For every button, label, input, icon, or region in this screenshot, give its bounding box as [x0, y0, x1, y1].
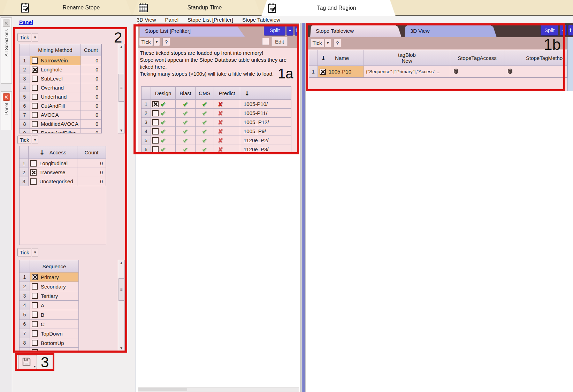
horizontal-scrollbar[interactable] — [138, 387, 299, 392]
annotation-label-1b: 1b — [544, 36, 561, 53]
scrollbar-thumb[interactable] — [138, 388, 187, 391]
menu-3d-view[interactable]: 3D View — [137, 17, 156, 23]
annotation-box-1a — [133, 24, 299, 154]
vertical-scrollbar[interactable] — [567, 37, 573, 91]
tab-standup-time[interactable]: Standup Time — [132, 0, 261, 15]
app-window: Rename Stope Standup Time Tag and Region… — [0, 0, 573, 392]
dock-tab-label: All Selections — [4, 29, 9, 56]
menu-panel[interactable]: Panel — [165, 17, 178, 23]
close-icon[interactable] — [3, 93, 10, 101]
annotation-label-2: 2 — [114, 29, 122, 46]
tab-tag-and-region[interactable]: Tag and Region — [261, 0, 396, 16]
tab-rename-stope[interactable]: Rename Stope — [2, 0, 132, 15]
top-tab-bar: Rename Stope Standup Time Tag and Region — [0, 0, 573, 16]
tab-label: Tag and Region — [277, 5, 396, 11]
tab-label: Rename Stope — [31, 5, 132, 11]
annotation-box-2 — [13, 27, 127, 353]
pane-splitter[interactable] — [300, 23, 306, 392]
menu-bar: 3D View Panel Stope List [Prefilter] Sto… — [137, 16, 280, 23]
notepad-pencil-icon — [20, 2, 31, 13]
close-icon[interactable] — [3, 20, 10, 27]
panel-link[interactable]: Panel — [19, 19, 33, 25]
notepad-pencil-icon — [267, 3, 277, 13]
annotation-label-1a: 1a — [278, 66, 293, 82]
dock-tab-panel[interactable]: Panel — [1, 91, 12, 130]
splitter-handle[interactable] — [302, 23, 305, 392]
expand-button[interactable]: + — [568, 25, 573, 36]
calendar-icon — [138, 2, 148, 13]
menu-stope-tableview[interactable]: Stope Tableview — [242, 17, 280, 23]
dock-tab-all-selections[interactable]: All Selections — [1, 17, 12, 84]
annotation-box-1b — [306, 23, 565, 91]
dock-tab-label: Panel — [4, 103, 9, 115]
menu-stope-list-prefilter[interactable]: Stope List [Prefilter] — [188, 17, 233, 23]
annotation-label-3: 3 — [41, 354, 49, 371]
tab-label: Standup Time — [148, 5, 261, 11]
